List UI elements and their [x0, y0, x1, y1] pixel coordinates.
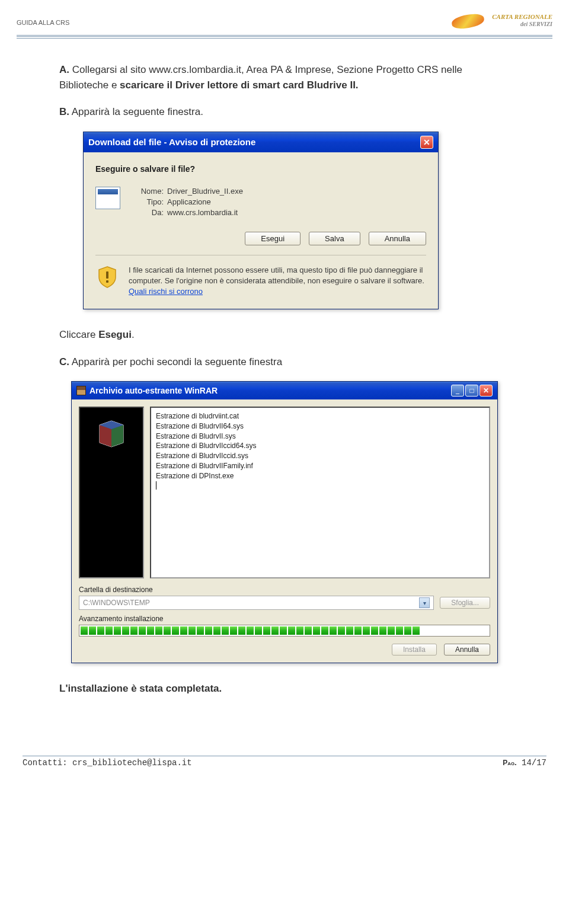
download-body: Eseguire o salvare il file? Nome:Driver_… [84, 152, 438, 309]
download-dialog: Download del file - Avviso di protezione… [83, 132, 439, 310]
dest-value: C:\WINDOWS\TEMP [83, 599, 150, 607]
svg-rect-0 [106, 271, 108, 279]
section-b: B. Apparirà la seguente finestra. [59, 104, 510, 120]
winrar-titlebar[interactable]: Archivio auto-estraente WinRAR _ □ ✕ [72, 382, 497, 399]
page-header: GUIDA ALLA CRS CARTA REGIONALE dei SERVI… [12, 12, 557, 33]
window-buttons: _ □ ✕ [451, 385, 493, 397]
section-a-pre: Collegarsi al sito [69, 64, 149, 75]
section-c: C. Apparirà per pochi secondi la seguent… [59, 354, 510, 370]
type-value: Applicazione [167, 197, 211, 206]
logo-line2: dei SERVIZI [520, 21, 552, 27]
cancel-button[interactable]: Annulla [444, 644, 490, 656]
section-c-label: C. [59, 356, 69, 367]
download-titlebar[interactable]: Download del file - Avviso di protezione… [84, 132, 438, 152]
logo-line1: CARTA REGIONALE [492, 13, 552, 20]
archive-icon [76, 386, 86, 395]
progress-bar [79, 625, 490, 637]
header-title: GUIDA ALLA CRS [17, 19, 69, 26]
file-info-row: Nome:Driver_Bludrive_II.exe Tipo:Applica… [95, 187, 426, 219]
section-a-label: A. [59, 64, 69, 75]
run-button[interactable]: Esegui [245, 232, 301, 245]
book-icon [94, 416, 129, 454]
section-b-label: B. [59, 106, 69, 117]
file-meta: Nome:Driver_Bludrive_II.exe Tipo:Applica… [131, 187, 243, 219]
download-title: Download del file - Avviso di protezione [88, 137, 255, 147]
click-esegui: Cliccare Esegui. [59, 327, 510, 343]
close-icon[interactable]: ✕ [420, 136, 433, 149]
name-value: Driver_Bludrive_II.exe [167, 187, 243, 196]
winrar-graphic-panel [79, 407, 144, 578]
logo: CARTA REGIONALE dei SERVIZI [452, 12, 552, 33]
logo-text: CARTA REGIONALE dei SERVIZI [492, 13, 552, 27]
section-b-text: Apparirà la seguente finestra. [69, 106, 203, 117]
cancel-button[interactable]: Annulla [369, 232, 426, 245]
contact-value: crs_biblioteche@lispa.it [72, 758, 192, 768]
log-line: Estrazione di BludrvIIFamily.inf [156, 461, 484, 471]
log-line: Estrazione di bludrviint.cat [156, 411, 484, 421]
section-a: A. Collegarsi al sito www.crs.lombardia.… [59, 62, 510, 92]
winrar-dialog: Archivio auto-estraente WinRAR _ □ ✕ [71, 381, 498, 663]
winrar-body: Estrazione di bludrviint.cat Estrazione … [72, 399, 497, 663]
progress-label: Avanzamento installazione [79, 615, 490, 623]
from-value: www.crs.lombardia.it [167, 208, 238, 217]
log-line: Estrazione di BludrvIIccid.sys [156, 451, 484, 461]
chevron-down-icon[interactable]: ▾ [419, 597, 430, 608]
text-cursor [156, 481, 156, 490]
section-a-bold: scaricare il Driver lettore di smart car… [120, 79, 359, 91]
warning-body: I file scaricati da Internet possono ess… [129, 266, 424, 285]
dest-input[interactable]: C:\WINDOWS\TEMP ▾ [79, 596, 434, 610]
download-buttons: Esegui Salva Annulla [95, 232, 426, 245]
warning-text: I file scaricati da Internet possono ess… [129, 265, 426, 298]
install-button[interactable]: Installa [392, 644, 437, 656]
contact-label: Contatti: [23, 758, 68, 768]
name-label: Nome: [131, 187, 164, 196]
page-footer: Contatti: crs_biblioteche@lispa.it Pag. … [12, 756, 557, 768]
section-a-url: www.crs.lombardia.it [149, 64, 241, 75]
page-label: Pag. [503, 759, 516, 767]
footer-rule [23, 756, 546, 756]
warning-link[interactable]: Quali rischi si corrono [129, 287, 203, 296]
logo-swoosh [451, 12, 485, 30]
svg-rect-1 [106, 280, 108, 283]
footer-contact: Contatti: crs_biblioteche@lispa.it [23, 758, 192, 768]
shield-icon [95, 265, 119, 289]
conclusion: L'installazione è stata completata. [59, 681, 510, 696]
dest-row: C:\WINDOWS\TEMP ▾ Sfoglia... [79, 596, 490, 610]
winrar-title: Archivio auto-estraente WinRAR [89, 386, 218, 395]
section-c-text: Apparirà per pochi secondi la seguente f… [69, 356, 282, 367]
download-question: Eseguire o salvare il file? [95, 164, 426, 174]
type-label: Tipo: [131, 197, 164, 206]
footer-page: Pag. 14/17 [503, 758, 546, 768]
close-icon[interactable]: ✕ [480, 385, 493, 397]
extraction-log: Estrazione di bludrviint.cat Estrazione … [150, 407, 490, 578]
log-line: Estrazione di BludrvIIccid64.sys [156, 441, 484, 451]
click-label: Cliccare [59, 329, 98, 340]
warning-row: I file scaricati da Internet possono ess… [95, 265, 426, 298]
winrar-bottom-buttons: Installa Annulla [79, 644, 490, 656]
log-line: Estrazione di DPInst.exe [156, 471, 484, 481]
page-value: 14/17 [522, 758, 546, 768]
dialog-divider [95, 255, 426, 255]
click-dot: . [132, 329, 135, 340]
browse-button[interactable]: Sfoglia... [440, 597, 490, 609]
application-icon [95, 187, 120, 209]
log-line: Estrazione di BludrvII64.sys [156, 421, 484, 431]
dest-label: Cartella di destinazione [79, 586, 490, 594]
click-bold: Esegui [98, 329, 132, 340]
from-label: Da: [131, 208, 164, 217]
log-line: Estrazione di BludrvII.sys [156, 431, 484, 442]
save-button[interactable]: Salva [309, 232, 360, 245]
minimize-icon[interactable]: _ [451, 385, 464, 397]
maximize-icon[interactable]: □ [465, 385, 478, 397]
